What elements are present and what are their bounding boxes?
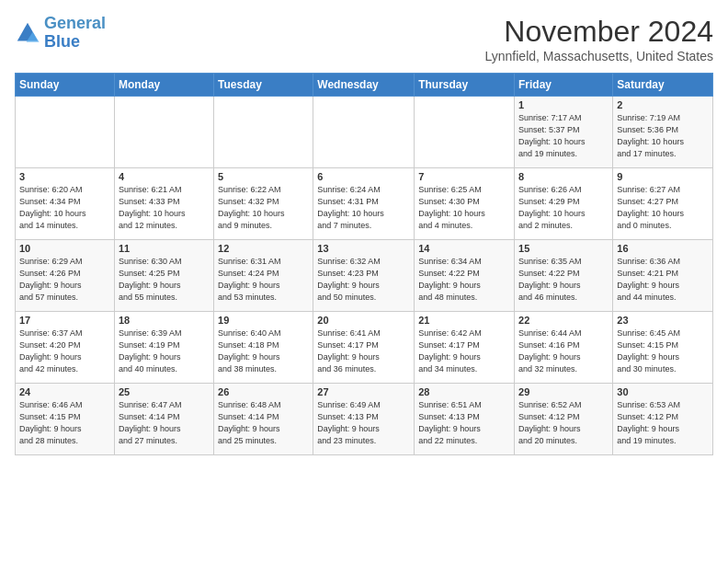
table-row: 17Sunrise: 6:37 AM Sunset: 4:20 PM Dayli… (16, 312, 115, 384)
calendar-week-2: 3Sunrise: 6:20 AM Sunset: 4:34 PM Daylig… (16, 168, 713, 240)
table-row: 7Sunrise: 6:25 AM Sunset: 4:30 PM Daylig… (415, 168, 515, 240)
day-number: 22 (518, 315, 609, 326)
table-row: 15Sunrise: 6:35 AM Sunset: 4:22 PM Dayli… (515, 240, 613, 312)
day-info: Sunrise: 6:24 AM Sunset: 4:31 PM Dayligh… (317, 184, 410, 232)
day-number: 7 (418, 171, 510, 182)
day-number: 15 (518, 243, 609, 254)
day-number: 29 (518, 386, 609, 397)
day-number: 5 (218, 171, 309, 182)
day-number: 2 (617, 99, 709, 110)
table-row: 4Sunrise: 6:21 AM Sunset: 4:33 PM Daylig… (114, 168, 213, 240)
day-number: 1 (518, 99, 609, 110)
table-row: 28Sunrise: 6:51 AM Sunset: 4:13 PM Dayli… (415, 384, 515, 455)
calendar-header-row: Sunday Monday Tuesday Wednesday Thursday… (16, 74, 713, 97)
day-number: 28 (418, 386, 510, 397)
day-number: 14 (418, 243, 510, 254)
table-row (16, 97, 115, 168)
calendar: Sunday Monday Tuesday Wednesday Thursday… (15, 73, 713, 455)
day-info: Sunrise: 6:27 AM Sunset: 4:27 PM Dayligh… (617, 184, 709, 232)
header-thursday: Thursday (415, 74, 515, 97)
page: General Blue November 2024 Lynnfield, Ma… (0, 0, 728, 463)
day-number: 27 (317, 386, 410, 397)
header-tuesday: Tuesday (214, 74, 313, 97)
day-number: 6 (317, 171, 410, 182)
table-row: 29Sunrise: 6:52 AM Sunset: 4:12 PM Dayli… (515, 384, 613, 455)
table-row: 23Sunrise: 6:45 AM Sunset: 4:15 PM Dayli… (613, 312, 713, 384)
table-row: 9Sunrise: 6:27 AM Sunset: 4:27 PM Daylig… (613, 168, 713, 240)
day-number: 25 (119, 386, 210, 397)
day-number: 21 (418, 315, 510, 326)
day-info: Sunrise: 6:20 AM Sunset: 4:34 PM Dayligh… (19, 184, 110, 232)
table-row: 13Sunrise: 6:32 AM Sunset: 4:23 PM Dayli… (313, 240, 415, 312)
header-sunday: Sunday (16, 74, 115, 97)
day-info: Sunrise: 7:17 AM Sunset: 5:37 PM Dayligh… (518, 112, 609, 160)
day-number: 19 (218, 315, 309, 326)
table-row (114, 97, 213, 168)
title-section: November 2024 Lynnfield, Massachusetts, … (485, 15, 714, 63)
day-info: Sunrise: 6:47 AM Sunset: 4:14 PM Dayligh… (119, 399, 210, 447)
table-row: 26Sunrise: 6:48 AM Sunset: 4:14 PM Dayli… (214, 384, 313, 455)
table-row: 1Sunrise: 7:17 AM Sunset: 5:37 PM Daylig… (515, 97, 613, 168)
header-monday: Monday (114, 74, 213, 97)
table-row: 8Sunrise: 6:26 AM Sunset: 4:29 PM Daylig… (515, 168, 613, 240)
day-info: Sunrise: 7:19 AM Sunset: 5:36 PM Dayligh… (617, 112, 709, 160)
table-row: 10Sunrise: 6:29 AM Sunset: 4:26 PM Dayli… (16, 240, 115, 312)
day-info: Sunrise: 6:29 AM Sunset: 4:26 PM Dayligh… (19, 256, 110, 304)
day-number: 8 (518, 171, 609, 182)
logo: General Blue (15, 15, 106, 52)
table-row: 21Sunrise: 6:42 AM Sunset: 4:17 PM Dayli… (415, 312, 515, 384)
month-title: November 2024 (485, 15, 714, 49)
day-number: 3 (19, 171, 110, 182)
table-row: 19Sunrise: 6:40 AM Sunset: 4:18 PM Dayli… (214, 312, 313, 384)
day-info: Sunrise: 6:26 AM Sunset: 4:29 PM Dayligh… (518, 184, 609, 232)
day-info: Sunrise: 6:32 AM Sunset: 4:23 PM Dayligh… (317, 256, 410, 304)
day-info: Sunrise: 6:48 AM Sunset: 4:14 PM Dayligh… (218, 399, 309, 447)
day-number: 16 (617, 243, 709, 254)
table-row: 30Sunrise: 6:53 AM Sunset: 4:12 PM Dayli… (613, 384, 713, 455)
day-info: Sunrise: 6:44 AM Sunset: 4:16 PM Dayligh… (518, 327, 609, 375)
calendar-week-5: 24Sunrise: 6:46 AM Sunset: 4:15 PM Dayli… (16, 384, 713, 455)
header-saturday: Saturday (613, 74, 713, 97)
table-row (415, 97, 515, 168)
day-number: 23 (617, 315, 709, 326)
day-info: Sunrise: 6:25 AM Sunset: 4:30 PM Dayligh… (418, 184, 510, 232)
location: Lynnfield, Massachusetts, United States (485, 49, 714, 63)
day-info: Sunrise: 6:40 AM Sunset: 4:18 PM Dayligh… (218, 327, 309, 375)
day-info: Sunrise: 6:34 AM Sunset: 4:22 PM Dayligh… (418, 256, 510, 304)
table-row: 14Sunrise: 6:34 AM Sunset: 4:22 PM Dayli… (415, 240, 515, 312)
day-number: 12 (218, 243, 309, 254)
table-row: 11Sunrise: 6:30 AM Sunset: 4:25 PM Dayli… (114, 240, 213, 312)
table-row: 2Sunrise: 7:19 AM Sunset: 5:36 PM Daylig… (613, 97, 713, 168)
calendar-week-3: 10Sunrise: 6:29 AM Sunset: 4:26 PM Dayli… (16, 240, 713, 312)
day-info: Sunrise: 6:37 AM Sunset: 4:20 PM Dayligh… (19, 327, 110, 375)
day-number: 13 (317, 243, 410, 254)
day-info: Sunrise: 6:52 AM Sunset: 4:12 PM Dayligh… (518, 399, 609, 447)
day-number: 4 (119, 171, 210, 182)
header-wednesday: Wednesday (313, 74, 415, 97)
logo-text: General Blue (44, 15, 106, 52)
day-number: 26 (218, 386, 309, 397)
day-number: 18 (119, 315, 210, 326)
day-info: Sunrise: 6:39 AM Sunset: 4:19 PM Dayligh… (119, 327, 210, 375)
table-row (313, 97, 415, 168)
day-number: 30 (617, 386, 709, 397)
day-info: Sunrise: 6:31 AM Sunset: 4:24 PM Dayligh… (218, 256, 309, 304)
day-info: Sunrise: 6:49 AM Sunset: 4:13 PM Dayligh… (317, 399, 410, 447)
day-number: 24 (19, 386, 110, 397)
day-info: Sunrise: 6:51 AM Sunset: 4:13 PM Dayligh… (418, 399, 510, 447)
calendar-week-4: 17Sunrise: 6:37 AM Sunset: 4:20 PM Dayli… (16, 312, 713, 384)
table-row: 3Sunrise: 6:20 AM Sunset: 4:34 PM Daylig… (16, 168, 115, 240)
header-friday: Friday (515, 74, 613, 97)
day-number: 11 (119, 243, 210, 254)
day-info: Sunrise: 6:22 AM Sunset: 4:32 PM Dayligh… (218, 184, 309, 232)
day-info: Sunrise: 6:53 AM Sunset: 4:12 PM Dayligh… (617, 399, 709, 447)
table-row: 20Sunrise: 6:41 AM Sunset: 4:17 PM Dayli… (313, 312, 415, 384)
day-info: Sunrise: 6:30 AM Sunset: 4:25 PM Dayligh… (119, 256, 210, 304)
header: General Blue November 2024 Lynnfield, Ma… (15, 15, 713, 63)
table-row: 24Sunrise: 6:46 AM Sunset: 4:15 PM Dayli… (16, 384, 115, 455)
table-row: 16Sunrise: 6:36 AM Sunset: 4:21 PM Dayli… (613, 240, 713, 312)
table-row: 5Sunrise: 6:22 AM Sunset: 4:32 PM Daylig… (214, 168, 313, 240)
table-row: 22Sunrise: 6:44 AM Sunset: 4:16 PM Dayli… (515, 312, 613, 384)
logo-icon (15, 20, 40, 46)
table-row: 12Sunrise: 6:31 AM Sunset: 4:24 PM Dayli… (214, 240, 313, 312)
